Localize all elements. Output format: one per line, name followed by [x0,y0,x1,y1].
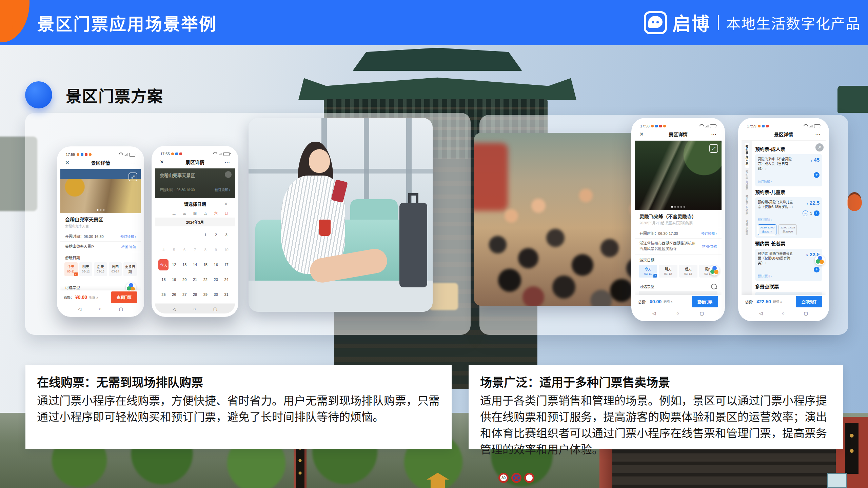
more-icon[interactable]: ⋯ [122,160,136,166]
road-signs: 30 [498,473,534,483]
close-icon[interactable]: ✕ [224,201,230,206]
calendar-day[interactable]: 26 [169,292,179,297]
calendar-day[interactable]: 5 [169,248,179,252]
recent-apps-icon[interactable]: ▢ [213,306,217,311]
detail-toggle[interactable]: 明细 ∧ [89,295,98,300]
calendar-day[interactable]: 12 [169,263,179,267]
checkout-bar: 总额： ¥0.00 明细 ∧ 查看门票 [635,295,722,308]
back-icon[interactable]: ◁ [173,306,176,311]
recent-apps-icon[interactable]: ▢ [804,311,808,316]
calendar-day[interactable]: 9 [211,248,221,252]
calendar-day[interactable]: 31 [221,292,232,297]
calendar-day[interactable]: 25 [158,292,169,297]
recent-apps-icon[interactable]: ▢ [700,311,704,316]
calendar-day[interactable]: 今天 [158,259,169,270]
calendar-day[interactable]: 29 [200,292,211,297]
ticket-card[interactable]: 预约票-灵隐飞来峰长者票（仅限60-69周岁购买）› ¥ 22.5 + 预订须知… [755,249,822,281]
more-icon[interactable]: ⋯ [807,131,821,138]
map-nav-button[interactable]: 地图·导航 [702,244,717,249]
time-slot[interactable]: 06:30-12:00余32674 [758,224,776,235]
book-now-button[interactable]: 立即预订 [796,296,822,307]
ticket-card[interactable]: 预约票-灵隐飞来峰儿童票（仅限6-18周岁购...› ¥ 22.5 − 1 + … [755,197,822,238]
view-tickets-button[interactable]: 查看门票 [111,291,137,303]
map-nav-button[interactable]: 地图·导航 [121,244,136,249]
detail-toggle[interactable]: 明细 ∧ [664,300,673,304]
date-chip[interactable]: 明天03-12 [659,265,677,278]
date-chip[interactable]: 后天03-13 [679,265,697,278]
back-icon[interactable]: ◁ [652,311,656,316]
back-icon[interactable]: ◁ [759,311,763,316]
calendar-day[interactable]: 4 [158,248,169,252]
plus-icon[interactable]: + [814,210,820,216]
date-chip[interactable]: 后天03-13 [94,262,107,276]
more-icon[interactable]: ⋯ [217,159,230,165]
share-icon[interactable]: ↗ [815,143,824,151]
booking-notice-link[interactable]: 预订须知 › [758,179,820,184]
calendar-day[interactable]: 8 [200,248,211,252]
mini-app-cluster-icon[interactable] [709,265,719,276]
calendar-day[interactable]: 6 [179,248,190,252]
booking-notice-link[interactable]: 预订须知 › [758,274,820,278]
recent-apps-icon[interactable]: ▢ [119,306,123,311]
calendar-day[interactable]: 14 [190,263,200,267]
expand-icon[interactable]: ⤢ [709,144,718,153]
calendar-day[interactable]: 7 [190,248,200,252]
calendar-day[interactable]: 22 [200,278,211,282]
ticket-category-tab[interactable]: 预约票-长者票 [745,192,749,218]
plus-icon[interactable]: + [814,172,820,178]
calendar-day[interactable]: 21 [190,278,200,282]
close-icon[interactable]: ✕ [639,131,653,137]
calendar-day[interactable]: 16 [211,263,221,267]
expand-icon[interactable]: ⤢ [129,172,137,181]
date-chip[interactable]: 周四03-14 [109,262,122,276]
home-icon[interactable]: ○ [99,306,101,311]
booking-notice-link[interactable]: 预订须知 › [758,218,820,222]
calendar-day[interactable]: 17 [221,263,232,267]
ticket-category-tab[interactable]: 多景点联票 [745,218,749,238]
ticket-category-tab[interactable]: 预约票-儿童票 [745,168,749,193]
view-tickets-button[interactable]: 查看门票 [692,296,718,307]
calendar-day[interactable]: 10 [221,248,232,252]
date-chip[interactable]: 今天03-11✓ [639,265,657,278]
home-icon[interactable]: ○ [782,311,785,316]
calendar-day[interactable]: 30 [211,292,221,297]
detail-toggle[interactable]: 明细 ∧ [773,300,782,304]
home-icon[interactable]: ○ [676,311,679,316]
close-icon[interactable]: ✕ [65,160,79,166]
search-icon[interactable] [711,284,717,289]
close-icon[interactable]: ✕ [160,159,173,165]
calendar-day[interactable]: 20 [179,278,190,282]
date-chip-date: 03-13 [95,270,106,273]
calendar-day[interactable]: 27 [179,292,190,297]
date-chip[interactable]: 更多日期 [123,262,137,276]
date-picker-header: 请选择日期 ✕ [155,198,235,209]
date-chip[interactable]: 明天03-12 [79,262,93,276]
more-icon[interactable]: ⋯ [703,131,717,138]
ticket-category-tab[interactable]: 预约票-成人票 [745,143,749,168]
calendar-day[interactable]: 1 [200,233,211,237]
calendar-day[interactable]: 2 [211,233,221,237]
calendar-day[interactable]: 24 [221,278,232,282]
calendar-day[interactable]: 3 [221,233,232,237]
mini-app-cluster-icon[interactable] [815,255,825,265]
calendar-day[interactable]: 13 [179,263,190,267]
carousel-dots [671,206,685,208]
calendar-day[interactable]: 23 [211,278,221,282]
minus-icon[interactable]: − [803,210,808,216]
ticket-card[interactable]: 灵隐飞来峰（不含灵隐寺）成人票（当日有效）› ¥ 45 + 预订须知 › [755,154,822,186]
calendar-day[interactable]: 28 [190,292,200,297]
booking-notice-link[interactable]: 预订须知 › [120,234,136,239]
chevron-icon: › [765,261,766,265]
booking-notice-link[interactable]: 预订须知 › [701,231,717,236]
time-slot[interactable]: 12:00-17:25余39950 [778,224,797,235]
back-icon[interactable]: ◁ [78,306,81,311]
nav-title: 景区详情 [173,159,217,165]
date-chip[interactable]: 今天03-11✓ [64,262,78,276]
weekday-header: 一二三四五六日 [155,209,235,217]
date-chip-label: 今天 [65,264,77,269]
calendar-day[interactable]: 19 [169,278,179,282]
home-icon[interactable]: ○ [193,306,196,311]
plus-icon[interactable]: + [814,267,820,272]
calendar-day[interactable]: 18 [158,278,169,282]
calendar-day[interactable]: 15 [200,263,211,267]
